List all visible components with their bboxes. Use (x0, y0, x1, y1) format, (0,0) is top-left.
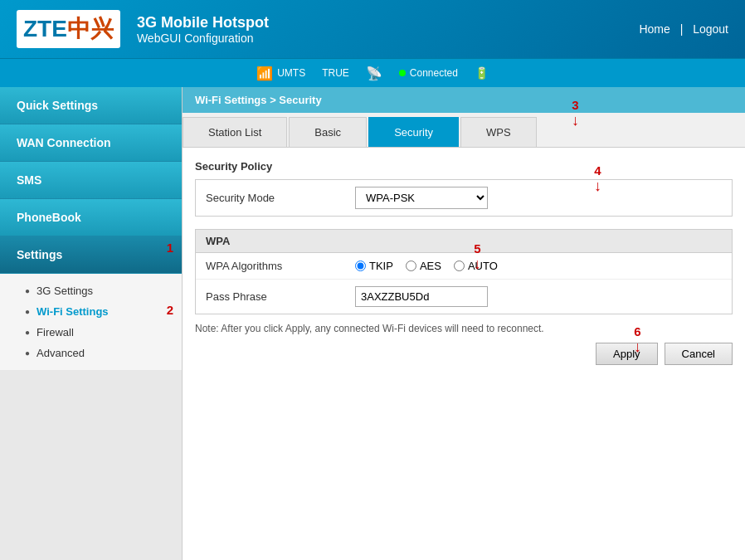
network-type: UMTS (277, 67, 305, 79)
annotation-5: 5 ↓ (474, 241, 481, 273)
tabs-bar: Station List Basic Security WPS (183, 113, 745, 148)
sidebar-item-settings[interactable]: Settings 1 (0, 236, 182, 274)
sms-label: SMS (17, 173, 41, 187)
button-row: 6 ↓ Apply Cancel (195, 343, 733, 365)
annotation-1: 1 (167, 241, 173, 255)
security-mode-row: Security Mode None WPA-PSK WPA2-PSK WPA/… (196, 180, 732, 216)
wpa-algorithms-radio-group: TKIP AES AUTO (355, 260, 498, 272)
tabs-container: Station List Basic Security WPS 3 ↓ (183, 113, 745, 148)
annotation-2: 2 (167, 303, 173, 317)
cancel-button[interactable]: Cancel (665, 343, 733, 365)
advanced-label: Advanced (37, 347, 85, 359)
annotation-4: 4 ↓ (594, 163, 601, 195)
header-nav: Home | Logout (639, 22, 728, 36)
wifi-icon: 📡 (366, 66, 382, 81)
wpa-algorithms-label: WPA Algorithms (206, 260, 355, 272)
wpa-section: WPA WPA Algorithms TKIP (195, 229, 733, 314)
tab-station-list[interactable]: Station List (183, 117, 287, 147)
radio-auto-label: AUTO (468, 260, 498, 272)
3g-settings-label: 3G Settings (37, 285, 93, 297)
apply-button[interactable]: Apply (596, 343, 658, 365)
wifi-status: 📡 (366, 66, 382, 81)
connected-label: Connected (410, 67, 458, 79)
breadcrumb: Wi-Fi Settings > Security (183, 87, 745, 113)
security-mode-value: None WPA-PSK WPA2-PSK WPA/WPA2-PSK (355, 187, 722, 209)
connected-dot (399, 70, 406, 76)
annotation-6: 6 ↓ (634, 324, 641, 356)
logo: ZTE中兴 (23, 16, 114, 41)
firewall-label: Firewall (37, 326, 74, 338)
carrier-status: TRUE (322, 67, 349, 79)
pass-phrase-input[interactable] (355, 286, 488, 307)
bullet-icon-3: ● (25, 328, 30, 337)
sidebar-item-wan-connection[interactable]: WAN Connection (0, 124, 182, 162)
radio-aes-label: AES (420, 260, 441, 272)
tab-basic[interactable]: Basic (289, 117, 367, 147)
pass-phrase-label: Pass Phrase (206, 290, 355, 303)
radio-tkip[interactable]: TKIP (355, 260, 393, 272)
carrier-name: TRUE (322, 67, 349, 79)
bullet-icon-4: ● (25, 348, 30, 358)
annotation-3: 3 ↓ (572, 98, 579, 129)
pass-phrase-row: Pass Phrase (196, 280, 732, 314)
app-title: 3G Mobile Hotspot (137, 14, 269, 32)
status-bar: 📶 UMTS TRUE 📡 Connected 🔋 (0, 58, 745, 87)
security-mode-label: Security Mode (206, 192, 355, 204)
wpa-algorithms-row: WPA Algorithms TKIP AES (196, 253, 732, 280)
wpa-section-wrapper: WPA WPA Algorithms TKIP (195, 229, 733, 314)
signal-icon: 📶 (256, 66, 273, 81)
wpa-algorithms-value: TKIP AES AUTO (355, 260, 722, 272)
signal-status: 📶 UMTS (256, 66, 305, 81)
logo-area: ZTE中兴 (17, 10, 120, 48)
pass-phrase-value (355, 286, 722, 307)
security-policy-title: Security Policy (195, 160, 733, 173)
nav-separator: | (680, 22, 684, 36)
tab-wps[interactable]: WPS (460, 117, 537, 147)
sidebar-subitem-advanced[interactable]: ● Advanced (0, 343, 182, 363)
radio-tkip-input[interactable] (355, 261, 366, 271)
bullet-icon: ● (25, 286, 30, 295)
battery-status: 🔋 (475, 66, 489, 80)
connection-status: Connected (399, 67, 458, 79)
content-inner: Security Policy Security Mode None WPA-P… (183, 148, 745, 377)
sidebar-submenu: ● 3G Settings ● Wi-Fi Settings 2 ● Firew… (0, 274, 182, 370)
header: ZTE中兴 3G Mobile Hotspot WebGUI Configura… (0, 0, 745, 58)
bullet-icon-2: ● (25, 307, 30, 316)
phonebook-label: PhoneBook (17, 211, 81, 224)
content-area: Wi-Fi Settings > Security Station List B… (183, 87, 745, 560)
radio-auto-input[interactable] (454, 261, 465, 271)
quick-settings-label: Quick Settings (17, 99, 98, 112)
wpa-header: WPA (196, 230, 732, 253)
sidebar-item-phonebook[interactable]: PhoneBook (0, 199, 182, 236)
battery-icon: 🔋 (475, 66, 489, 80)
security-mode-select[interactable]: None WPA-PSK WPA2-PSK WPA/WPA2-PSK (355, 187, 488, 209)
sidebar-subitem-wifi-settings[interactable]: ● Wi-Fi Settings 2 (0, 301, 182, 322)
header-title: 3G Mobile Hotspot WebGUI Configuration (137, 14, 269, 45)
note-text: Note: After you click Apply, any connect… (195, 323, 733, 334)
app-subtitle: WebGUI Configuration (137, 32, 269, 45)
radio-aes-input[interactable] (406, 261, 416, 271)
home-link[interactable]: Home (639, 22, 670, 36)
sidebar: Quick Settings WAN Connection SMS PhoneB… (0, 87, 183, 560)
policy-section: Security Mode None WPA-PSK WPA2-PSK WPA/… (195, 179, 733, 217)
radio-tkip-label: TKIP (369, 260, 393, 272)
main-layout: Quick Settings WAN Connection SMS PhoneB… (0, 87, 745, 560)
sidebar-subitem-3g-settings[interactable]: ● 3G Settings (0, 280, 182, 301)
tab-security[interactable]: Security (368, 117, 459, 147)
sidebar-subitem-firewall[interactable]: ● Firewall (0, 322, 182, 343)
wan-connection-label: WAN Connection (17, 136, 111, 149)
sidebar-item-quick-settings[interactable]: Quick Settings (0, 87, 182, 124)
wifi-settings-label: Wi-Fi Settings (37, 305, 109, 318)
sidebar-item-sms[interactable]: SMS (0, 162, 182, 199)
settings-label: Settings (17, 248, 62, 261)
radio-aes[interactable]: AES (406, 260, 441, 272)
logout-link[interactable]: Logout (693, 22, 728, 36)
security-policy-section: Security Policy Security Mode None WPA-P… (195, 160, 733, 217)
